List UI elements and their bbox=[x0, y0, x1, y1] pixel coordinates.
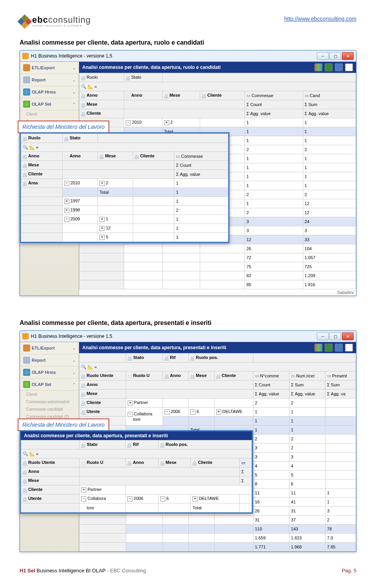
sidebar-report[interactable]: Report⌄ bbox=[20, 74, 79, 86]
page-footer: H1 Sel Business Intelligence BI OLAP - E… bbox=[20, 568, 356, 574]
zoom-panel-1: 品Ruolo品Stato 🔍 📐 » 品Anno⬚Anno品Mese品Clien… bbox=[20, 132, 230, 243]
status-sabattini: Sabattini bbox=[79, 289, 356, 296]
excel-icon[interactable] bbox=[325, 63, 333, 71]
footer-desc: Business Intelligence BI OLAP bbox=[35, 568, 106, 574]
sidebar-sub[interactable]: Clienti bbox=[20, 391, 79, 398]
app-icon bbox=[22, 333, 29, 339]
header-url[interactable]: http://www.ebcconsulting.com bbox=[284, 16, 356, 22]
sidebar-sub[interactable]: Commesse-selezionatori bbox=[20, 398, 79, 406]
sidebar-olap-hrms[interactable]: OLAP Hrms⌄ bbox=[20, 86, 79, 98]
window-title: H1 Business Intelligence - versione 1.5 bbox=[31, 53, 112, 59]
save-icon[interactable] bbox=[335, 344, 343, 352]
logo-text-light: consulting bbox=[48, 15, 91, 25]
report-header-2: Analisi commesse per cliente, data apert… bbox=[79, 342, 356, 353]
minimize-button[interactable]: ─ bbox=[317, 52, 329, 60]
section1-title: Analisi commesse per cliente, data apert… bbox=[20, 39, 356, 46]
print-icon[interactable] bbox=[345, 344, 353, 352]
chevron-icon: ⌄ bbox=[72, 66, 76, 70]
titlebar[interactable]: H1 Business Intelligence - versione 1.5 … bbox=[20, 51, 356, 61]
close-button[interactable]: ✕ bbox=[342, 52, 354, 60]
sidebar-sub[interactable]: Commesse-candidati bbox=[20, 406, 79, 413]
logo: ebcconsulting human resources & software bbox=[20, 16, 91, 27]
sidebar-olap-hrms[interactable]: OLAP Hrms⌄ bbox=[20, 366, 79, 379]
sidebar-sub-clienti[interactable]: Clienti bbox=[20, 110, 79, 118]
chevron-icon: ⌄ bbox=[72, 90, 76, 94]
footer-company: - EBC Consulting bbox=[105, 568, 146, 574]
sidebar-olap-sel[interactable]: OLAP Sel⌃ bbox=[20, 379, 79, 391]
zoom-panel-2: Analisi commesse per cliente, data apert… bbox=[20, 430, 253, 514]
sidebar-report[interactable]: Report⌄ bbox=[20, 354, 79, 366]
window-title: H1 Business Intelligence - versione 1.5 bbox=[31, 334, 112, 339]
chart-icon[interactable] bbox=[315, 344, 322, 352]
chevron-icon: ⌄ bbox=[72, 78, 76, 82]
footer-product: H1 Sel bbox=[20, 568, 35, 574]
app-icon bbox=[22, 53, 29, 59]
titlebar-2[interactable]: H1 Business Intelligence - versione 1.5 … bbox=[20, 331, 356, 342]
chart-icon[interactable] bbox=[315, 63, 322, 71]
sidebar-olap-sel[interactable]: OLAP Sel⌃ bbox=[20, 98, 79, 110]
page-header: ebcconsulting human resources & software… bbox=[20, 16, 356, 27]
minimize-button[interactable]: ─ bbox=[317, 332, 329, 340]
save-icon[interactable] bbox=[335, 63, 343, 71]
section2-title: Analisi commesse per cliente, data apert… bbox=[20, 319, 356, 326]
logo-text-bold: ebc bbox=[32, 15, 48, 25]
callout-2: Richiesta del Ministero del Lavoro bbox=[18, 418, 109, 431]
logo-subtitle: human resources & software bbox=[32, 24, 91, 27]
page-number: Pag. 5 bbox=[342, 568, 356, 574]
report-header-1: Analisi commesse per cliente, data apert… bbox=[79, 62, 356, 73]
maximize-button[interactable]: ▢ bbox=[329, 52, 341, 60]
chevron-icon: ⌃ bbox=[72, 102, 76, 106]
maximize-button[interactable]: ▢ bbox=[329, 332, 341, 340]
sidebar-etl[interactable]: ETL/Export⌄ bbox=[20, 342, 79, 354]
callout-1: Richiesta del Ministero del Lavoro bbox=[18, 121, 109, 133]
print-icon[interactable] bbox=[345, 63, 353, 71]
logo-icon bbox=[18, 14, 32, 29]
zoom2-header: Analisi commesse per cliente, data apert… bbox=[21, 431, 252, 440]
sidebar-etl[interactable]: ETL/Export⌄ bbox=[20, 62, 79, 74]
close-button[interactable]: ✕ bbox=[342, 332, 354, 340]
excel-icon[interactable] bbox=[325, 344, 333, 352]
